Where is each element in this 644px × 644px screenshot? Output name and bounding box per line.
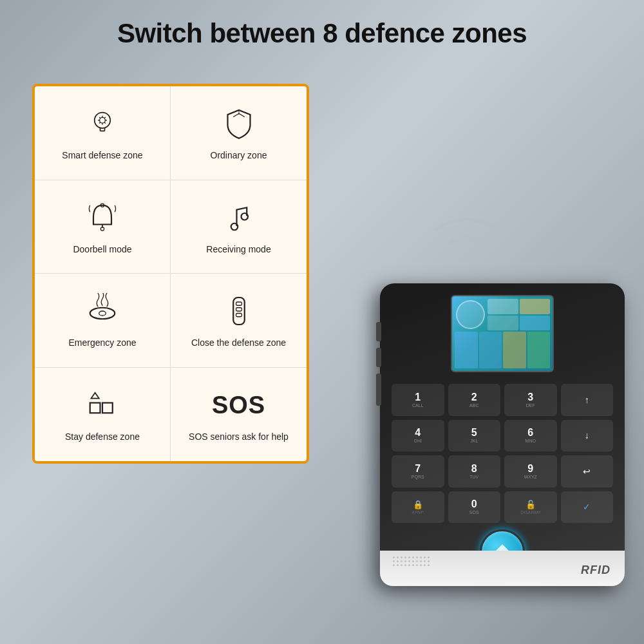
svg-line-6 [99,117,100,118]
zone-emergency-label: Emergency zone [68,337,136,350]
key-back[interactable]: ↩ [561,455,614,488]
zone-sos-label: SOS seniors ask for help [189,431,289,444]
shapes-icon [82,384,123,426]
brain-gear-icon [82,103,123,144]
key-8[interactable]: 8 TUV [448,455,501,488]
key-6[interactable]: 6 MNO [504,420,557,452]
key-arm[interactable]: 🔒 ARM* [392,491,444,524]
zone-close-defense-label: Close the defense zone [191,337,286,350]
music-note-icon [218,197,260,238]
svg-line-8 [104,117,106,118]
zone-smart-defense-label: Smart defense zone [62,149,142,162]
speaker-grill [393,556,430,567]
zone-stay-defense: Stay defense zone [35,368,171,462]
key-disarm[interactable]: 🔓 DISARM# [504,491,557,524]
zone-ordinary: Ordinary zone [171,86,307,180]
device-area: 1 CALL 2 ABC 3 DEF ↑ 4 GHI 5 JKL [316,200,625,586]
bell-icon [82,197,123,238]
smoke-detector-icon [82,290,123,332]
zone-doorbell: Doorbell mode [35,180,171,274]
svg-line-9 [99,122,100,124]
zone-receiving: Receiving mode [171,180,307,274]
keypad: 1 CALL 2 ABC 3 DEF ↑ 4 GHI 5 JKL [392,384,613,523]
zone-smart-defense: Smart defense zone [35,86,171,180]
key-1[interactable]: 1 CALL [392,384,444,416]
key-down[interactable]: ↓ [561,420,614,452]
shield-icon [218,103,260,144]
svg-point-26 [463,254,471,261]
wifi-symbol [425,206,509,270]
zone-doorbell-label: Doorbell mode [73,243,131,256]
side-button-1[interactable] [376,322,381,341]
svg-point-0 [95,113,111,129]
svg-rect-21 [236,302,242,305]
side-button-2[interactable] [376,348,381,367]
page-title: Switch between 8 defence zones [0,18,644,49]
key-5[interactable]: 5 JKL [448,420,501,452]
key-0[interactable]: 0 SOS [448,491,501,524]
svg-point-18 [90,308,115,319]
svg-rect-24 [90,403,100,413]
device-bottom-strip: RFID [380,551,625,586]
svg-point-16 [231,223,238,231]
svg-point-19 [99,311,106,316]
key-fob-icon [218,290,260,332]
key-4[interactable]: 4 GHI [392,420,444,452]
side-button-3[interactable] [376,374,381,406]
key-3[interactable]: 3 DEF [504,384,557,416]
key-7[interactable]: 7 PQRS [392,455,444,488]
svg-point-17 [241,213,248,220]
svg-line-7 [104,122,106,124]
zone-close-defense: Close the defense zone [171,274,307,368]
defence-zones-card: Smart defense zone Ordinary zone [32,84,309,464]
key-confirm[interactable]: ✓ [561,491,614,524]
device-screen [451,295,554,372]
key-9[interactable]: 9 WXYZ [504,455,557,488]
sos-text: SOS [212,392,265,419]
zone-sos: SOS SOS seniors ask for help [171,368,307,462]
rfid-label: RFID [581,564,611,577]
zone-ordinary-label: Ordinary zone [211,149,267,162]
alarm-device: 1 CALL 2 ABC 3 DEF ↑ 4 GHI 5 JKL [380,283,625,586]
key-up[interactable]: ↑ [561,384,614,416]
svg-rect-25 [102,403,113,413]
svg-rect-23 [236,314,242,317]
zone-stay-defense-label: Stay defense zone [65,431,140,444]
zone-emergency: Emergency zone [35,274,171,368]
key-2[interactable]: 2 ABC [448,384,501,416]
svg-rect-22 [236,308,242,311]
sos-icon: SOS [218,384,260,426]
zone-receiving-label: Receiving mode [206,243,270,256]
